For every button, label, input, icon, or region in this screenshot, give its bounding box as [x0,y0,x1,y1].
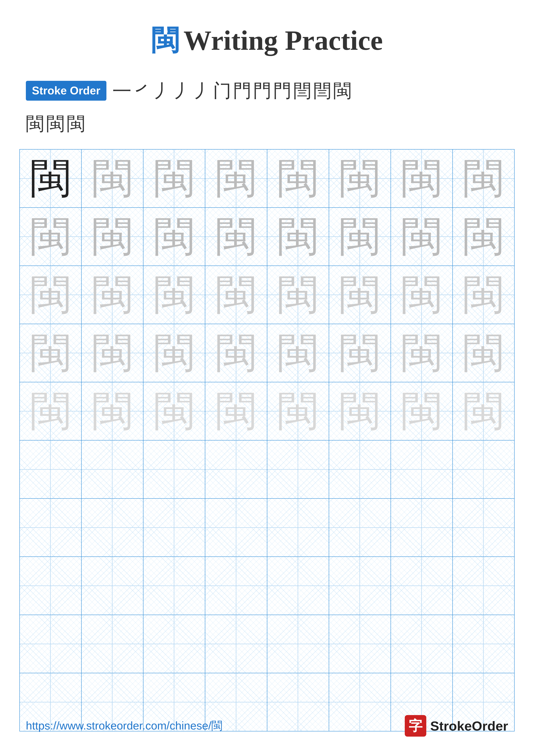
grid-cell[interactable] [143,499,205,557]
brand-name: StrokeOrder [430,718,508,734]
grid-cell[interactable]: 閩 [205,266,267,324]
grid-cell[interactable] [391,615,453,673]
grid-cell[interactable] [143,615,205,673]
grid-cell[interactable]: 閩 [329,324,391,382]
grid-cell[interactable] [267,557,329,615]
grid-cell[interactable] [143,557,205,615]
grid-cell[interactable]: 閩 [205,382,267,440]
grid-cell[interactable]: 閩 [205,207,267,266]
footer-brand: 字 StrokeOrder [405,715,508,737]
grid-cell[interactable] [267,615,329,673]
grid-cell[interactable]: 閩 [20,382,81,440]
grid-cell[interactable]: 閩 [81,149,143,207]
grid-cell[interactable]: 閩 [81,382,143,440]
footer-url[interactable]: https://www.strokeorder.com/chinese/閩 [26,718,222,733]
grid-cell[interactable]: 閩 [267,382,329,440]
grid-cell[interactable] [453,440,514,499]
grid-cell[interactable]: 閩 [20,324,81,382]
grid-cell[interactable] [329,557,391,615]
grid-cell[interactable]: 閩 [143,382,205,440]
grid-cell[interactable]: 閩 [267,266,329,324]
grid-cell[interactable]: 閩 [267,324,329,382]
grid-cell[interactable] [81,499,143,557]
grid-cell[interactable] [391,499,453,557]
grid-cell[interactable]: 閩 [143,266,205,324]
grid-cell[interactable]: 閩 [81,207,143,266]
grid-cell[interactable]: 閩 [205,324,267,382]
grid-cell[interactable] [205,499,267,557]
grid-cell[interactable]: 閩 [81,266,143,324]
grid-cell[interactable] [20,615,81,673]
grid-cell[interactable]: 閩 [453,382,514,440]
grid-cell[interactable] [143,440,205,499]
practice-char: 閩 [391,208,452,265]
grid-cell[interactable] [267,499,329,557]
grid-cell[interactable] [453,615,514,673]
grid-cell[interactable] [81,440,143,499]
grid-cell[interactable]: 閩 [20,149,81,207]
grid-cell[interactable] [329,615,391,673]
grid-cell[interactable] [81,615,143,673]
practice-char: 閩 [143,266,205,324]
grid-cell[interactable]: 閩 [267,149,329,207]
practice-char: 閩 [453,149,514,207]
practice-char: 閩 [267,324,329,382]
practice-char: 閩 [20,266,81,324]
practice-char: 閩 [205,382,267,440]
practice-char: 閩 [143,208,205,265]
grid-cell[interactable] [20,440,81,499]
grid-cell[interactable]: 閩 [81,324,143,382]
grid-cell[interactable] [20,499,81,557]
grid-cell[interactable] [81,557,143,615]
title-text: Writing Practice [184,25,383,56]
grid-cell[interactable]: 閩 [391,149,453,207]
stroke-chars-row2: 閩 閩 閩 [0,111,534,145]
practice-char: 閩 [453,324,514,382]
grid-cell[interactable]: 閩 [143,324,205,382]
grid-cell[interactable]: 閩 [20,207,81,266]
table-row: 閩 閩 閩 閩 閩 閩 閩 閩 [20,266,514,324]
grid-cell[interactable]: 閩 [453,266,514,324]
grid-cell[interactable]: 閩 [329,149,391,207]
grid-cell[interactable] [391,440,453,499]
grid-cell[interactable] [205,557,267,615]
table-row: 閩 閩 閩 閩 閩 閩 閩 閩 [20,207,514,266]
grid-cell[interactable] [329,440,391,499]
practice-char: 閩 [20,149,81,207]
grid-cell[interactable] [391,557,453,615]
grid-cell[interactable] [205,440,267,499]
practice-char: 閩 [329,149,391,207]
table-row: 閩 閩 閩 閩 閩 閩 閩 閩 [20,324,514,382]
grid-cell[interactable]: 閩 [267,207,329,266]
stroke-order-badge: Stroke Order [26,81,106,101]
grid-cell[interactable]: 閩 [143,207,205,266]
grid-cell[interactable]: 閩 [20,266,81,324]
grid-cell[interactable]: 閩 [453,149,514,207]
practice-char: 閩 [82,208,143,265]
practice-char: 閩 [267,382,329,440]
practice-char: 閩 [20,382,81,440]
practice-char: 閩 [391,382,452,440]
practice-grid: 閩 閩 閩 閩 閩 閩 閩 閩 閩 [19,149,515,731]
grid-cell[interactable] [267,440,329,499]
grid-cell[interactable]: 閩 [391,324,453,382]
grid-cell[interactable]: 閩 [329,382,391,440]
grid-cell[interactable]: 閩 [329,207,391,266]
practice-char: 閩 [267,149,329,207]
grid-cell[interactable]: 閩 [391,207,453,266]
grid-cell[interactable] [453,557,514,615]
grid-cell[interactable] [453,499,514,557]
grid-cell[interactable]: 閩 [453,207,514,266]
grid-cell[interactable] [20,557,81,615]
grid-cell[interactable] [205,615,267,673]
grid-cell[interactable]: 閩 [391,266,453,324]
title-char: 閩 [151,25,179,56]
grid-cell[interactable]: 閩 [391,382,453,440]
practice-char: 閩 [267,266,329,324]
table-row [20,499,514,557]
grid-cell[interactable]: 閩 [453,324,514,382]
grid-cell[interactable]: 閩 [143,149,205,207]
grid-cell[interactable]: 閩 [205,149,267,207]
grid-cell[interactable] [329,499,391,557]
grid-cell[interactable]: 閩 [329,266,391,324]
